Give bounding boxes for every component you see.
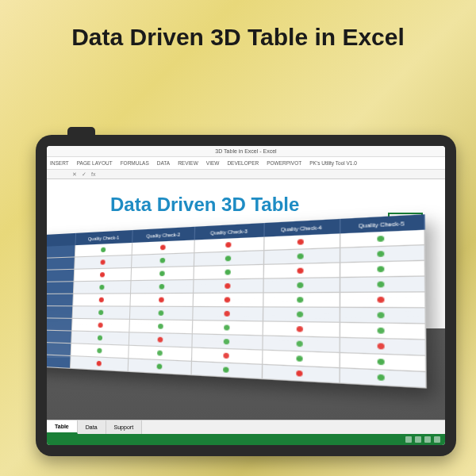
check-cell (73, 306, 131, 320)
fail-icon (225, 283, 230, 289)
pass-icon (298, 253, 304, 259)
fx-icon[interactable]: fx (91, 171, 95, 177)
ribbon-tab-view[interactable]: VIEW (206, 160, 220, 166)
check-cell (263, 321, 340, 338)
fail-icon (225, 242, 231, 248)
pass-icon (158, 324, 163, 329)
check-cell (263, 278, 340, 293)
check-cell (194, 279, 264, 294)
pass-icon (157, 351, 163, 356)
check-cell (194, 294, 263, 308)
check-cell (129, 359, 193, 375)
fail-icon (98, 298, 103, 302)
check-cell (263, 365, 340, 384)
excel-window: 3D Table in Excel - Excel INSERT PAGE LA… (47, 146, 445, 445)
pass-icon (378, 374, 385, 381)
ribbon-tab-review[interactable]: REVIEW (178, 160, 198, 166)
ribbon-tab-powerpivot[interactable]: POWERPIVOT (267, 160, 301, 166)
product-cell: Product-2 (47, 257, 75, 271)
view-normal-icon[interactable] (405, 436, 412, 443)
fail-icon (297, 370, 303, 377)
sheet-tab-table[interactable]: Table (47, 420, 78, 434)
check-cell (75, 255, 132, 270)
sheet-tab-support[interactable]: Support (106, 420, 143, 434)
check-cell (131, 280, 194, 294)
check-cell (131, 294, 194, 307)
pass-icon (298, 282, 304, 288)
pass-icon (225, 270, 231, 275)
check-cell (194, 265, 264, 280)
sheet-tab-data[interactable]: Data (78, 420, 106, 434)
fail-icon (160, 244, 166, 250)
pass-icon (378, 266, 385, 272)
pass-icon (158, 310, 163, 316)
quality-3d-table: Product Quality Check-1 Quality Check-2 … (47, 214, 427, 389)
page-title: Data Driven 3D Table in Excel (0, 0, 476, 52)
check-cell (72, 319, 130, 332)
fail-icon (159, 298, 164, 303)
check-cell (73, 294, 131, 306)
check-cell (263, 263, 340, 279)
pass-icon (223, 367, 228, 372)
pass-icon (378, 359, 385, 365)
ribbon-tab-insert[interactable]: INSERT (50, 160, 69, 166)
pass-icon (297, 297, 303, 302)
pass-icon (378, 328, 385, 334)
pass-icon (98, 336, 102, 341)
pass-icon (378, 251, 385, 257)
canvas-heading: Data Driven 3D Table (110, 194, 299, 216)
tablet-frame: 3D Table in Excel - Excel INSERT PAGE LA… (36, 135, 456, 456)
ribbon-tab-data[interactable]: DATA (157, 160, 170, 166)
check-cell (340, 368, 427, 388)
product-cell: Product-5 (47, 294, 74, 307)
fail-icon (297, 326, 303, 332)
check-cell (192, 362, 263, 379)
check-cell (340, 245, 425, 263)
check-cell (71, 356, 129, 372)
pass-icon (225, 255, 231, 261)
status-bar (47, 434, 445, 445)
pass-icon (97, 348, 102, 354)
pass-icon (378, 282, 385, 288)
product-cell: Product-4 (47, 282, 75, 294)
zoom-slider-icon[interactable] (434, 436, 440, 443)
worksheet-canvas[interactable]: Data Driven 3D Table Product Quality Che… (47, 179, 445, 420)
check-cell (130, 307, 194, 321)
check-cell (130, 320, 194, 334)
check-cell (340, 277, 426, 293)
product-cell: Product-3 (47, 270, 75, 282)
cancel-icon[interactable]: ✕ (72, 171, 77, 178)
ribbon-tab-utility[interactable]: PK's Utility Tool V1.0 (309, 160, 357, 166)
check-cell (263, 307, 340, 322)
pass-icon (156, 363, 162, 369)
formula-bar[interactable]: ✕ ✓ fx (47, 170, 445, 179)
pass-icon (159, 271, 165, 276)
product-cell: Product-7 (47, 318, 73, 332)
ribbon-tab-formulas[interactable]: FORMULAS (121, 160, 149, 166)
check-cell (75, 268, 132, 282)
product-cell: Product-6 (47, 306, 73, 319)
pass-icon (101, 248, 106, 253)
view-layout-icon[interactable] (415, 436, 421, 443)
pass-icon (159, 258, 165, 263)
product-cell: Product-8 (47, 330, 72, 344)
pass-icon (297, 341, 303, 347)
ribbon-tab-developer[interactable]: DEVELOPER (227, 160, 259, 166)
pass-icon (159, 284, 164, 290)
ribbon-tabs: INSERT PAGE LAYOUT FORMULAS DATA REVIEW … (47, 157, 445, 170)
sheet-tab-strip: Table Data Support (47, 420, 445, 434)
ribbon-tab-page-layout[interactable]: PAGE LAYOUT (77, 160, 113, 166)
fail-icon (98, 323, 102, 328)
window-titlebar: 3D Table in Excel - Excel (47, 146, 445, 157)
fail-icon (100, 272, 105, 277)
check-icon[interactable]: ✓ (82, 171, 86, 178)
fail-icon (225, 297, 230, 302)
check-cell (132, 267, 195, 281)
fail-icon (223, 353, 228, 359)
pass-icon (297, 312, 303, 317)
pass-icon (99, 285, 104, 290)
product-cell: Product-10 (47, 354, 71, 369)
view-break-icon[interactable] (424, 436, 431, 443)
fail-icon (157, 337, 163, 343)
pass-icon (98, 310, 103, 315)
